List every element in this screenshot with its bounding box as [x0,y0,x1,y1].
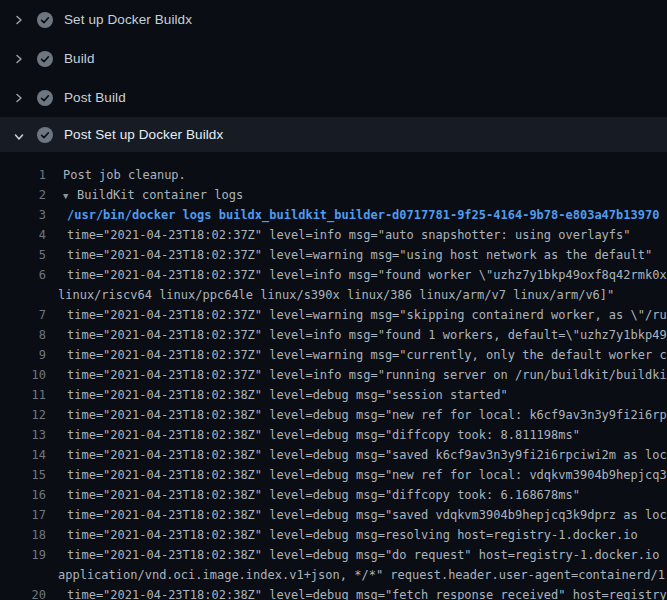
line-number[interactable]: 3 [0,205,46,225]
log-row: 10 time="2021-04-23T18:02:37Z" level=inf… [0,365,667,385]
log-line-text: application/vnd.oci.image.index.v1+json,… [58,565,667,585]
log-row: 7 time="2021-04-23T18:02:37Z" level=warn… [0,305,667,325]
line-number[interactable]: 13 [0,425,46,445]
step-label: Build [64,51,95,66]
log-row: 11 time="2021-04-23T18:02:38Z" level=deb… [0,385,667,405]
log-row: 4 time="2021-04-23T18:02:37Z" level=info… [0,225,667,245]
log-row: 18 time="2021-04-23T18:02:38Z" level=deb… [0,525,667,545]
log-row: 3 /usr/bin/docker logs buildx_buildkit_b… [0,205,667,225]
log-line-text: time="2021-04-23T18:02:37Z" level=warnin… [67,305,667,325]
line-number[interactable]: 17 [0,505,46,525]
log-line-text: time="2021-04-23T18:02:38Z" level=debug … [67,425,580,445]
chevron-down-icon [13,129,25,141]
group-collapse-triangle-icon: ▼ [63,186,77,206]
log-line-text: ▼BuildKit container logs [63,185,243,205]
log-line-text: time="2021-04-23T18:02:38Z" level=debug … [67,525,638,545]
line-number[interactable]: 8 [0,325,46,345]
step-set-up-docker-buildx[interactable]: Set up Docker Buildx [0,0,667,39]
log-line-text: time="2021-04-23T18:02:38Z" level=debug … [67,585,667,600]
line-number[interactable]: 1 [0,165,46,185]
log-line-text: linux/riscv64 linux/ppc64le linux/s390x … [58,285,614,305]
line-number[interactable]: 5 [0,245,46,265]
log-line-text: time="2021-04-23T18:02:37Z" level=info m… [67,365,667,385]
steps-list: Set up Docker Buildx Build Post Build [0,0,667,152]
line-number[interactable]: 14 [0,445,46,465]
log-group-toggle[interactable]: 2 ▼BuildKit container logs [0,185,667,205]
log-line-text: time="2021-04-23T18:02:37Z" level=info m… [67,265,667,285]
log-row: 8 time="2021-04-23T18:02:37Z" level=info… [0,325,667,345]
step-label: Post Set up Docker Buildx [64,127,223,142]
line-number[interactable]: 19 [0,545,46,565]
log-row: 14 time="2021-04-23T18:02:38Z" level=deb… [0,445,667,465]
log-row: 19 time="2021-04-23T18:02:38Z" level=deb… [0,545,667,565]
chevron-right-icon [13,53,25,65]
log-row: 9 time="2021-04-23T18:02:37Z" level=warn… [0,345,667,365]
line-number[interactable] [0,565,46,585]
line-number[interactable]: 7 [0,305,46,325]
line-number[interactable]: 15 [0,465,46,485]
success-check-icon [37,127,53,143]
step-label: Set up Docker Buildx [64,12,192,27]
success-check-icon [37,12,53,28]
line-number[interactable] [0,285,46,305]
log-row: 5 time="2021-04-23T18:02:37Z" level=warn… [0,245,667,265]
line-number[interactable]: 18 [0,525,46,545]
log-line-text: time="2021-04-23T18:02:38Z" level=debug … [67,405,667,425]
log-line-text: time="2021-04-23T18:02:38Z" level=debug … [67,445,667,465]
line-number[interactable]: 20 [0,585,46,600]
log-line-text: time="2021-04-23T18:02:37Z" level=warnin… [67,345,667,365]
chevron-right-icon [13,92,25,104]
line-number[interactable]: 10 [0,365,46,385]
step-build[interactable]: Build [0,39,667,78]
chevron-right-icon [13,14,25,26]
log-line-text: time="2021-04-23T18:02:38Z" level=debug … [67,485,580,505]
step-label: Post Build [64,90,126,105]
log-row: 16 time="2021-04-23T18:02:38Z" level=deb… [0,485,667,505]
log-line-text: time="2021-04-23T18:02:38Z" level=debug … [67,505,667,525]
log-line-text: time="2021-04-23T18:02:38Z" level=debug … [67,545,667,565]
log-row: 20 time="2021-04-23T18:02:38Z" level=deb… [0,585,667,600]
line-number[interactable]: 16 [0,485,46,505]
log-line-text: Post job cleanup. [63,165,186,185]
line-number[interactable]: 4 [0,225,46,245]
log-line-text: time="2021-04-23T18:02:38Z" level=debug … [67,465,667,485]
log-row: 12 time="2021-04-23T18:02:38Z" level=deb… [0,405,667,425]
log-row: 6 time="2021-04-23T18:02:37Z" level=info… [0,265,667,285]
log-line-text: time="2021-04-23T18:02:37Z" level=info m… [67,225,631,245]
line-number[interactable]: 9 [0,345,46,365]
log-line-text: time="2021-04-23T18:02:37Z" level=warnin… [67,245,652,265]
log-line-text: time="2021-04-23T18:02:38Z" level=debug … [67,385,508,405]
log-row: application/vnd.oci.image.index.v1+json,… [0,565,667,585]
log-viewer: 1 Post job cleanup. 2 ▼BuildKit containe… [0,152,667,600]
log-line-text: time="2021-04-23T18:02:37Z" level=info m… [67,325,667,345]
log-row: linux/riscv64 linux/ppc64le linux/s390x … [0,285,667,305]
line-number[interactable]: 6 [0,265,46,285]
step-post-set-up-docker-buildx[interactable]: Post Set up Docker Buildx [0,117,667,152]
log-row: 17 time="2021-04-23T18:02:38Z" level=deb… [0,505,667,525]
log-row: 1 Post job cleanup. [0,165,667,185]
log-line-text: /usr/bin/docker logs buildx_buildkit_bui… [67,205,659,225]
line-number[interactable]: 11 [0,385,46,405]
success-check-icon [37,90,53,106]
step-post-build[interactable]: Post Build [0,78,667,117]
line-number[interactable]: 12 [0,405,46,425]
success-check-icon [37,51,53,67]
log-row: 13 time="2021-04-23T18:02:38Z" level=deb… [0,425,667,445]
log-row: 15 time="2021-04-23T18:02:38Z" level=deb… [0,465,667,485]
line-number[interactable]: 2 [0,185,46,205]
